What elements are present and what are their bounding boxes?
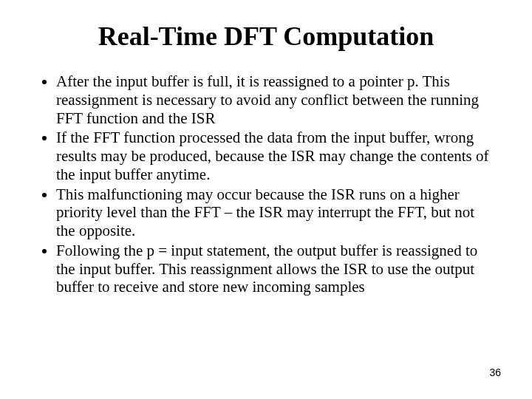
list-item: If the FFT function processed the data f… <box>56 129 497 183</box>
list-item: After the input buffer is full, it is re… <box>56 72 497 127</box>
slide-title: Real-Time DFT Computation <box>35 21 497 52</box>
slide: Real-Time DFT Computation After the inpu… <box>0 0 532 399</box>
list-item: This malfunctioning may occur because th… <box>56 185 497 240</box>
page-number: 36 <box>489 366 501 378</box>
list-item: Following the p = input statement, the o… <box>56 242 497 296</box>
bullet-list: After the input buffer is full, it is re… <box>35 72 497 296</box>
